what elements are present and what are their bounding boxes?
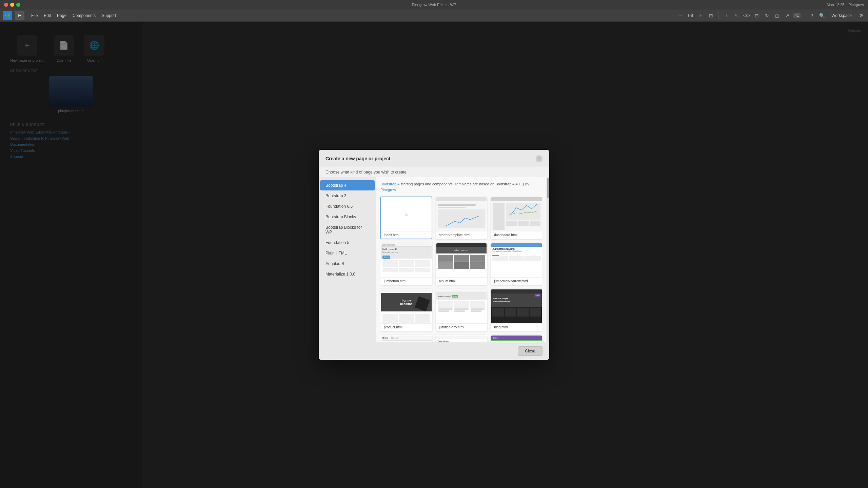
template-thumb-starter <box>436 197 487 231</box>
template-thumb-album: Album example <box>436 243 487 277</box>
settings-icon[interactable]: ⚙ <box>857 12 865 20</box>
zoom-badge: ×1 <box>793 13 801 18</box>
dialog-header: Create a new page or project × <box>319 150 549 166</box>
share-icon[interactable]: ↗ <box>783 12 791 20</box>
template-thumb-index: ☺ <box>381 197 432 231</box>
thumb-justified-content: Marketing stuff Button <box>436 289 487 323</box>
code-icon[interactable]: </> <box>743 12 751 20</box>
dialog-sidebar: Bootstrap 4 Bootstrap 3 Foundation 6.6 B… <box>319 177 376 342</box>
template-dropdown[interactable]: Dropdown Dropdown menu items Dropdown <box>436 335 488 342</box>
menu-edit[interactable]: Edit <box>41 12 54 19</box>
app-toolbar: 🌿 E File Edit Page Components Support − … <box>0 9 868 22</box>
title-bar-time: Mon 12:25 <box>827 3 844 7</box>
template-thumb-purple: Brand Purple theme content <box>491 336 542 342</box>
cursor-icon[interactable]: ↖ <box>732 12 741 20</box>
help-icon[interactable]: ? <box>808 12 816 20</box>
template-jumbotron-narrow[interactable]: Jumbotron heading Some description text … <box>491 243 542 285</box>
search-icon[interactable]: 🔍 <box>818 12 826 20</box>
dialog-content: Bootstrap 4 starting pages and component… <box>376 177 547 342</box>
pinegrow-logo[interactable]: 🌿 <box>3 11 12 20</box>
close-window-button[interactable] <box>4 3 8 7</box>
template-thumb-justified-nav: Marketing stuff Button <box>436 289 487 323</box>
sidebar-item-materialize[interactable]: Materialize 1.0.0 <box>320 269 375 279</box>
refresh-icon[interactable]: ↻ <box>763 12 771 20</box>
content-header: Bootstrap 4 starting pages and component… <box>380 181 542 192</box>
dialog-overlay: Create a new page or project × Choose wh… <box>0 22 868 488</box>
pinegrow-link[interactable]: Pinegrow <box>380 188 396 192</box>
template-thumb-jumbotron: Hello, world! Description text here Butt… <box>381 243 432 277</box>
title-bar-app: Pinegrow <box>848 3 864 7</box>
thumb-index-content: ☺ <box>381 197 432 231</box>
template-justified-nav[interactable]: Marketing stuff Button <box>436 289 488 331</box>
thumb-blog-content: Title of a longerfeatured blog post Larg… <box>491 289 542 323</box>
thumb-jumbotron-narrow-content: Jumbotron heading Some description text … <box>491 243 542 277</box>
dialog-subtitle: Choose what kind of page you wish to cre… <box>319 166 549 177</box>
template-navbar[interactable]: Brand Link Link Navbar example navbar.ht… <box>380 335 432 342</box>
thumb-starter-content <box>436 197 487 231</box>
thumb-album-content: Album example <box>436 243 487 277</box>
text-icon[interactable]: T <box>722 12 730 20</box>
thumb-navbar-content: Brand Link Link Navbar example <box>381 336 432 342</box>
template-dashboard[interactable]: dashboard.html <box>491 197 542 239</box>
template-label-index: index.html <box>381 231 432 239</box>
sidebar-item-bootstrap-blocks-wp[interactable]: Bootstrap Blocks for WP <box>320 222 375 237</box>
grid-icon[interactable]: ⊞ <box>707 12 715 20</box>
template-label-jumbotron: jumbotron.html <box>381 277 432 285</box>
sidebar-item-bootstrap-blocks[interactable]: Bootstrap Blocks <box>320 212 375 222</box>
dialog-scrollbar-thumb[interactable] <box>547 178 549 198</box>
template-thumb-jumbotron-narrow: Jumbotron heading Some description text … <box>491 243 542 277</box>
thumb-product-content: Punnyheadline <box>381 289 432 323</box>
menu-components[interactable]: Components <box>70 12 98 19</box>
template-index[interactable]: ☺ index.html <box>380 197 432 239</box>
workspace-button[interactable]: Workspace <box>828 12 855 19</box>
maximize-window-button[interactable] <box>16 3 20 7</box>
template-purple[interactable]: Brand Purple theme content purple.html <box>491 335 542 342</box>
dialog-scrollbar[interactable] <box>547 177 549 342</box>
divider1 <box>718 12 719 19</box>
traffic-lights <box>4 3 20 7</box>
sidebar-item-plain-html[interactable]: Plain HTML <box>320 248 375 258</box>
sidebar-item-foundation66[interactable]: Foundation 6.6 <box>320 201 375 211</box>
template-label-blog: blog.html <box>491 323 542 331</box>
editor-logo[interactable]: E <box>15 11 24 20</box>
template-album[interactable]: Album example <box>436 243 488 285</box>
template-label-jumbotron-narrow: jumbotron-narrow.html <box>491 277 542 285</box>
template-label-album: album.html <box>436 277 487 285</box>
menu-bar: File Edit Page Components Support <box>28 12 119 19</box>
sidebar-item-foundation5[interactable]: Foundation 5 <box>320 238 375 248</box>
close-button[interactable]: Close <box>518 346 542 356</box>
sidebar-item-bootstrap3[interactable]: Bootstrap 3 <box>320 191 375 201</box>
template-grid: ☺ index.html <box>380 197 542 342</box>
menu-file[interactable]: File <box>28 12 40 19</box>
thumb-jumbotron-content: Hello, world! Description text here Butt… <box>381 243 432 277</box>
thumb-purple-content: Brand Purple theme content <box>491 336 542 342</box>
bootstrap4-link[interactable]: Bootstrap 4 <box>380 182 399 186</box>
window-title: Pinegrow Web Editor - WP <box>412 3 456 7</box>
template-jumbotron[interactable]: Hello, world! Description text here Butt… <box>380 243 432 285</box>
sidebar-item-bootstrap4[interactable]: Bootstrap 4 <box>320 180 375 190</box>
zoom-out-icon[interactable]: − <box>676 12 685 20</box>
menu-page[interactable]: Page <box>54 12 69 19</box>
create-dialog: Create a new page or project × Choose wh… <box>319 150 549 360</box>
template-starter[interactable]: starter-template.html <box>436 197 488 239</box>
fit-icon[interactable]: Fit <box>687 12 695 20</box>
menu-support[interactable]: Support <box>99 12 119 19</box>
template-product[interactable]: Punnyheadline product.html <box>380 289 432 331</box>
template-blog[interactable]: Title of a longerfeatured blog post Larg… <box>491 289 542 331</box>
minimize-window-button[interactable] <box>10 3 14 7</box>
template-label-starter: starter-template.html <box>436 231 487 239</box>
template-thumb-dropdown: Dropdown Dropdown menu items <box>436 336 487 342</box>
dialog-close-button[interactable]: × <box>536 155 542 162</box>
zoom-in-icon[interactable]: + <box>697 12 705 20</box>
dialog-footer: Close <box>319 342 549 360</box>
content-header-text: starting pages and components. Templates… <box>400 182 529 186</box>
template-thumb-navbar: Brand Link Link Navbar example <box>381 336 432 342</box>
template-thumb-product: Punnyheadline <box>381 289 432 323</box>
toolbar-icons: − Fit + ⊞ T ↖ </> ⊟ ↻ ◻ ↗ ×1 ? 🔍 Workspa… <box>676 12 865 20</box>
title-bar: Pinegrow Web Editor - WP Mon 12:25 Pineg… <box>0 0 868 9</box>
dialog-body: Bootstrap 4 Bootstrap 3 Foundation 6.6 B… <box>319 177 549 342</box>
sidebar-item-angularjs[interactable]: AngularJS <box>320 259 375 269</box>
responsive-icon[interactable]: ⊟ <box>753 12 761 20</box>
template-thumb-dashboard <box>491 197 542 231</box>
browser-icon[interactable]: ◻ <box>773 12 781 20</box>
